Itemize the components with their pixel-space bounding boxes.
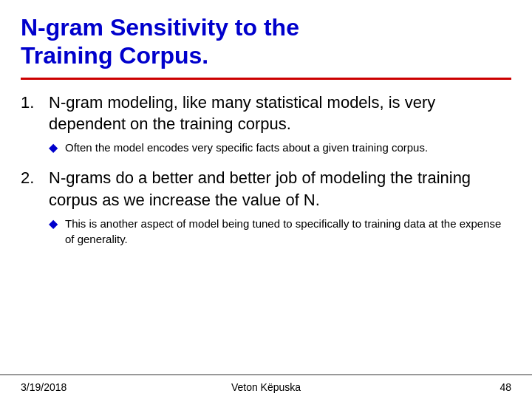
title-line1: N-gram Sensitivity to the (21, 14, 299, 41)
slide-title: N-gram Sensitivity to the Training Corpu… (21, 13, 511, 70)
slide-footer: 3/19/2018 Veton Këpuska 48 (0, 374, 532, 399)
item-number-2: 2. (21, 167, 49, 188)
list-item-1: 1. N-gram modeling, like many statistica… (21, 92, 511, 158)
item-content-2: N-grams do a better and better job of mo… (49, 167, 511, 249)
title-line2: Training Corpus. (21, 42, 208, 69)
diamond-icon-2: ◆ (49, 216, 65, 231)
item-main-text-2: N-grams do a better and better job of mo… (49, 167, 511, 211)
sub-text-2-1: This is another aspect of model being tu… (65, 216, 511, 247)
footer-author: Veton Këpuska (184, 381, 347, 393)
item-number-1: 1. (21, 92, 49, 112)
sub-list-2: ◆ This is another aspect of model being … (49, 216, 511, 247)
slide-content: 1. N-gram modeling, like many statistica… (0, 80, 532, 374)
footer-page: 48 (348, 381, 511, 393)
sub-item-2-1: ◆ This is another aspect of model being … (49, 216, 511, 247)
list-item-2: 2. N-grams do a better and better job of… (21, 167, 511, 249)
sub-item-1-1: ◆ Often the model encodes very specific … (49, 140, 511, 155)
sub-list-1: ◆ Often the model encodes very specific … (49, 140, 511, 155)
main-list: 1. N-gram modeling, like many statistica… (21, 92, 511, 250)
slide-header: N-gram Sensitivity to the Training Corpu… (0, 0, 532, 78)
item-content-1: N-gram modeling, like many statistical m… (49, 92, 511, 158)
diamond-icon-1: ◆ (49, 140, 65, 154)
item-main-text-1: N-gram modeling, like many statistical m… (49, 92, 511, 135)
slide: N-gram Sensitivity to the Training Corpu… (0, 0, 532, 399)
sub-text-1-1: Often the model encodes very specific fa… (65, 140, 428, 155)
footer-date: 3/19/2018 (21, 381, 184, 393)
